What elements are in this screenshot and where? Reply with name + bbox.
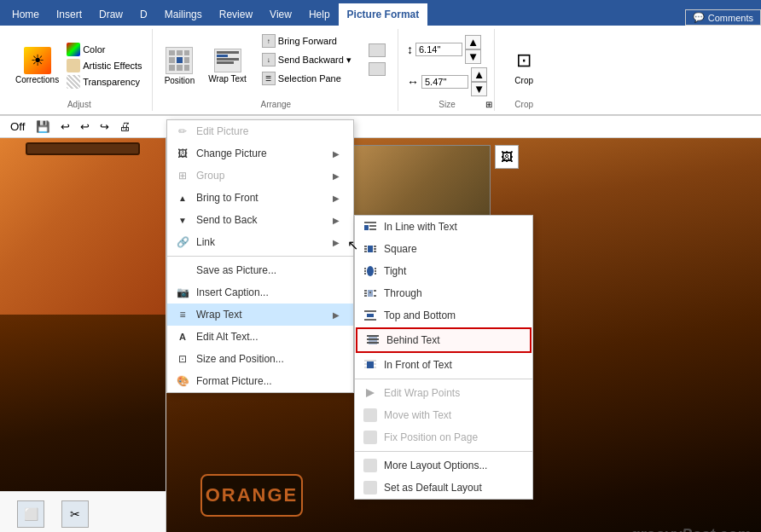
wrap-text-icon [214, 49, 241, 72]
send-backward-button[interactable]: ↓ Send Backward ▾ [257, 51, 357, 68]
watermark: groovyPost.com [630, 526, 751, 532]
sub-tight[interactable]: Tight [355, 260, 532, 282]
sub-inline-text[interactable]: In Line with Text [355, 216, 532, 238]
ctx-edit-alt-text[interactable]: A Edit Alt Text... [167, 326, 353, 348]
comments-button[interactable]: 💬 Comments [685, 9, 761, 26]
toggle-button[interactable]: Off [7, 119, 29, 135]
tab-help[interactable]: Help [300, 3, 339, 26]
tab-draw[interactable]: Draw [90, 3, 131, 26]
ctx-link[interactable]: 🔗 Link ▶ [167, 231, 353, 253]
ctx-group-label: Group [196, 170, 224, 182]
tight-wrap-icon [363, 264, 377, 278]
position-button[interactable]: Position [161, 43, 199, 89]
tab-insert[interactable]: Insert [48, 3, 90, 26]
height-down-button[interactable]: ▼ [465, 49, 481, 64]
sub-move-with-text-label: Move with Text [384, 409, 451, 421]
sub-square[interactable]: Square [355, 238, 532, 260]
crop-panel-button[interactable]: ✂ Crop [61, 500, 89, 533]
undo2-button[interactable]: ↩ [77, 119, 93, 135]
sub-through[interactable]: Through [355, 282, 532, 304]
color-icon [67, 43, 80, 56]
height-input[interactable] [415, 43, 462, 56]
arrange-group-content: Position Wrap Text ↑ Bring Forward [161, 29, 391, 111]
sub-top-bottom[interactable]: Top and Bottom [355, 304, 532, 327]
ctx-size-position[interactable]: ⊡ Size and Position... [167, 348, 353, 370]
sub-in-front[interactable]: In Front of Text [355, 354, 532, 376]
ctx-wrap-text[interactable]: ≡ Wrap Text ▶ [167, 304, 353, 326]
svg-rect-10 [374, 251, 376, 252]
sub-more-layout[interactable]: More Layout Options... [355, 454, 532, 477]
height-icon: ↕ [407, 43, 413, 56]
align-rotate-col [363, 42, 391, 90]
ctx-bring-to-front[interactable]: ▲ Bring to Front ▶ [167, 187, 353, 209]
ctx-change-picture[interactable]: 🖼 Change Picture ▶ [167, 142, 353, 165]
svg-rect-13 [364, 270, 366, 272]
ctx-link-label: Link [196, 236, 215, 248]
ctx-save-as-picture[interactable]: Save as Picture... [167, 259, 353, 281]
sub-move-with-text[interactable]: Move with Text [355, 404, 532, 426]
color-label: Color [83, 44, 105, 55]
ctx-format-picture[interactable]: 🎨 Format Picture... [167, 370, 353, 392]
ctx-edit-picture[interactable]: ✏ Edit Picture [167, 120, 353, 142]
sub-behind-text[interactable]: Behind Text [356, 327, 532, 353]
print-button[interactable]: 🖨 [116, 119, 134, 135]
svg-rect-1 [364, 225, 369, 230]
style-icon: ⬜ [17, 500, 44, 528]
ribbon-group-adjust: ☀ Corrections Color Artistic Effects Tra… [7, 29, 153, 111]
height-row: ↕ ▲ ▼ [407, 35, 487, 64]
tab-d[interactable]: D [131, 3, 156, 26]
ribbon-group-arrange: Position Wrap Text ↑ Bring Forward [154, 29, 398, 111]
svg-rect-5 [364, 246, 367, 247]
undo-button[interactable]: ↩ [57, 119, 73, 135]
rotate-button[interactable] [363, 61, 391, 78]
save-button[interactable]: 💾 [32, 119, 54, 135]
width-input[interactable] [421, 75, 468, 89]
size-position-icon: ⊡ [176, 352, 189, 366]
ctx-group[interactable]: ⊞ Group ▶ [167, 165, 353, 187]
tab-review[interactable]: Review [211, 3, 261, 26]
wrap-text-ctx-icon: ≡ [176, 308, 189, 321]
tab-picture-format[interactable]: Picture Format [339, 3, 428, 26]
sub-fix-position[interactable]: Fix Position on Page [355, 426, 532, 448]
corrections-button[interactable]: ☀ Corrections [14, 45, 61, 86]
bring-forward-button[interactable]: ↑ Bring Forward [257, 32, 357, 49]
tab-mailings[interactable]: Mailings [156, 3, 211, 26]
tab-home[interactable]: Home [3, 3, 48, 26]
crop-button[interactable]: ⊡ Crop [503, 43, 544, 89]
wrap-text-button[interactable]: Wrap Text [205, 45, 250, 87]
tab-view[interactable]: View [261, 3, 300, 26]
align-button[interactable] [363, 42, 391, 59]
transparency-button[interactable]: Transparency [64, 74, 144, 90]
svg-rect-17 [375, 273, 376, 275]
style-panel-button[interactable]: ⬜ Style [17, 500, 44, 533]
artistic-effects-button[interactable]: Artistic Effects [64, 58, 144, 73]
sub-edit-wrap-points[interactable]: Edit Wrap Points [355, 382, 532, 404]
size-group-label: Size [400, 100, 494, 109]
ctx-send-to-back[interactable]: ▼ Send to Back ▶ [167, 209, 353, 231]
color-button[interactable]: Color [64, 42, 144, 57]
sub-square-label: Square [384, 243, 417, 255]
ctx-insert-caption[interactable]: 📷 Insert Caption... [167, 281, 353, 304]
behind-text-icon [366, 333, 380, 347]
svg-rect-27 [364, 319, 376, 321]
redo-button[interactable]: ↪ [96, 119, 113, 135]
ctx-send-to-back-label: Send to Back [196, 214, 257, 226]
svg-point-11 [367, 266, 374, 276]
wrap-text-label: Wrap Text [208, 74, 247, 84]
ribbon-tabs: Home Insert Draw D Mailings Review View … [3, 3, 685, 26]
size-group-content: ↕ ▲ ▼ ↔ ▲ ▼ [407, 29, 487, 111]
send-backward-label: Send Backward ▾ [278, 55, 351, 66]
width-down-button[interactable]: ▼ [471, 82, 487, 96]
artistic-effects-icon [67, 59, 80, 72]
selection-pane-button[interactable]: ☰ Selection Pane [257, 70, 357, 87]
width-up-button[interactable]: ▲ [471, 67, 487, 82]
arrange-group-label: Arrange [154, 100, 398, 109]
svg-rect-3 [369, 228, 376, 230]
format-picture-icon: 🎨 [176, 374, 189, 388]
sub-sep-2 [355, 451, 532, 452]
ctx-save-as-picture-label: Save as Picture... [196, 264, 276, 276]
height-up-button[interactable]: ▲ [465, 35, 481, 49]
sub-set-default[interactable]: Set as Default Layout [355, 477, 532, 499]
align-icon [369, 43, 386, 57]
inline-text-icon [363, 220, 377, 234]
